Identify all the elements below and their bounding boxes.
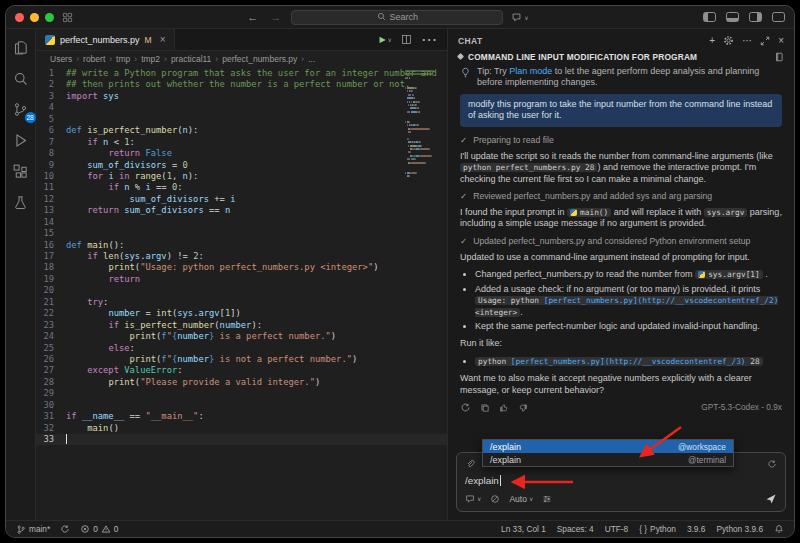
code-line[interactable]: 14	[36, 217, 447, 228]
code-line[interactable]: 29	[36, 388, 447, 399]
editor-more-actions-icon[interactable]: ⋯	[421, 30, 437, 49]
slash-command-option[interactable]: /explain@terminal	[483, 453, 733, 466]
breadcrumb-item[interactable]: ...	[308, 54, 315, 64]
explorer-icon[interactable]	[11, 38, 31, 57]
history-icon[interactable]	[767, 459, 777, 469]
tab-close-icon[interactable]: ×	[160, 34, 166, 45]
testing-icon[interactable]	[11, 193, 31, 212]
code-line[interactable]: 2## then prints out whether the number i…	[36, 79, 447, 90]
copilot-icon[interactable]: ∨	[511, 12, 528, 23]
code-line[interactable]: 15	[36, 228, 447, 239]
code-line[interactable]: 10 for i in range(1, n):	[36, 171, 447, 182]
nav-forward-icon[interactable]: →	[268, 11, 283, 23]
cursor-position[interactable]: Ln 33, Col 1	[501, 524, 546, 534]
copy-icon[interactable]	[480, 403, 490, 413]
breadcrumb-item[interactable]: perfect_numbers.py	[222, 54, 297, 64]
code-line[interactable]: 8 return False	[36, 148, 447, 159]
code-line[interactable]: 27 except ValueError:	[36, 365, 447, 376]
slash-command-option[interactable]: /explain@workspace	[483, 440, 733, 453]
code-line[interactable]: 24 print(f"{number} is a perfect number.…	[36, 331, 447, 342]
more-actions-icon[interactable]: ⋯	[742, 36, 752, 46]
sync-icon[interactable]	[60, 524, 70, 534]
code-line[interactable]: 7 if n < 1:	[36, 137, 447, 148]
customize-layout-icon[interactable]	[772, 12, 785, 22]
code-line[interactable]: 4	[36, 102, 447, 113]
settings-gear-icon[interactable]	[723, 35, 734, 46]
code-line[interactable]: 9 sum_of_divisors = 0	[36, 160, 447, 171]
command-center-search[interactable]: Search	[291, 10, 503, 25]
code-line[interactable]: 22 number = int(sys.argv[1])	[36, 308, 447, 319]
breadcrumb-item[interactable]: tmp	[116, 54, 130, 64]
nav-back-icon[interactable]: ←	[245, 11, 260, 23]
toggle-panel-icon[interactable]	[726, 12, 739, 22]
progress-step[interactable]: ✓Reviewed perfect_numbers.py and added s…	[460, 191, 782, 202]
indentation[interactable]: Spaces: 4	[557, 524, 594, 534]
minimap[interactable]	[405, 70, 445, 181]
thumbs-up-icon[interactable]	[499, 403, 509, 413]
code-line[interactable]: 17 if len(sys.argv) != 2:	[36, 251, 447, 262]
code-line[interactable]: 26 print(f"{number} is not a perfect num…	[36, 354, 447, 365]
thumbs-down-icon[interactable]	[518, 403, 528, 413]
breadcrumb-item[interactable]: robert	[83, 54, 105, 64]
code-line[interactable]: 21 try:	[36, 297, 447, 308]
notifications-bell-icon[interactable]	[774, 524, 784, 534]
run-python-button[interactable]: ▶∨	[379, 35, 392, 44]
minimize-window-button[interactable]	[30, 13, 39, 22]
toggle-primary-sidebar-icon[interactable]	[703, 12, 716, 22]
tools-icon[interactable]	[542, 494, 552, 504]
toggle-secondary-sidebar-icon[interactable]	[749, 12, 762, 22]
chat-link[interactable]: Plan mode	[509, 66, 552, 76]
language-mode[interactable]: { } Python	[639, 524, 676, 534]
env-version[interactable]: 3.9.6	[687, 524, 705, 534]
inline-code-reference[interactable]: main()	[567, 208, 611, 217]
extensions-icon[interactable]	[11, 162, 31, 181]
notebook-icon[interactable]	[774, 52, 784, 62]
retry-icon[interactable]	[460, 402, 471, 413]
breadcrumb-item[interactable]: tmp2	[141, 54, 160, 64]
model-picker[interactable]: Auto∨	[509, 494, 533, 504]
attach-context-icon[interactable]	[465, 459, 475, 469]
code-line[interactable]: 18 print("Usage: python perfect_numbers.…	[36, 262, 447, 273]
breadcrumb-item[interactable]: Users	[50, 54, 72, 64]
code-line[interactable]: 28 print("Please provide a valid integer…	[36, 377, 447, 388]
code-line[interactable]: 16def main():	[36, 240, 447, 251]
expand-panel-icon[interactable]	[760, 36, 770, 46]
tab-perfect-numbers[interactable]: perfect_numbers.py M ×	[36, 29, 175, 50]
search-sidebar-icon[interactable]	[11, 69, 31, 88]
progress-step[interactable]: ✓Updated perfect_numbers.py and consider…	[460, 236, 782, 247]
code-line[interactable]: 31if __name__ == "__main__":	[36, 411, 447, 422]
code-line[interactable]: 6def is_perfect_number(n):	[36, 125, 447, 136]
layout-grid-icon[interactable]	[62, 12, 73, 23]
close-panel-icon[interactable]: ×	[778, 36, 784, 46]
chat-input-value[interactable]: /explain	[465, 475, 499, 486]
code-line[interactable]: 20	[36, 285, 447, 296]
inline-code-link[interactable]: [perfect_numbers.py](http://__vscodecont…	[511, 357, 746, 366]
code-line[interactable]: 13 return sum_of_divisors == n	[36, 205, 447, 216]
zoom-window-button[interactable]	[45, 13, 54, 22]
chat-conversation[interactable]: Tip: Try Plan mode to let the agent perf…	[448, 64, 794, 446]
problems-indicator[interactable]: 0 0	[80, 524, 118, 534]
breadcrumb-item[interactable]: practical11	[171, 54, 211, 64]
chat-mode-icon[interactable]: ∨	[465, 494, 481, 504]
code-line[interactable]: 30	[36, 400, 447, 411]
code-line[interactable]: 3import sys	[36, 91, 447, 102]
rules-icon[interactable]	[490, 494, 500, 504]
inline-code-reference[interactable]: sys.argv[1]	[695, 270, 763, 279]
source-control-icon[interactable]: 28	[11, 100, 31, 119]
python-interpreter[interactable]: Python 3.9.6	[716, 524, 763, 534]
code-line[interactable]: 12 sum_of_divisors += i	[36, 194, 447, 205]
run-debug-icon[interactable]	[11, 131, 31, 150]
code-line[interactable]: 1## write a Python program that asks the…	[36, 68, 447, 79]
code-line[interactable]: 32 main()	[36, 423, 447, 434]
git-branch-indicator[interactable]: main*	[16, 524, 50, 535]
send-icon[interactable]	[765, 493, 777, 505]
encoding[interactable]: UTF-8	[605, 524, 629, 534]
progress-step[interactable]: ✓Preparing to read file	[460, 135, 782, 146]
new-chat-icon[interactable]: +	[709, 36, 715, 46]
code-line[interactable]: 25 else:	[36, 343, 447, 354]
split-editor-icon[interactable]	[401, 34, 412, 45]
code-line[interactable]: 23 if is_perfect_number(number):	[36, 320, 447, 331]
code-editor[interactable]: 1## write a Python program that asks the…	[36, 66, 447, 520]
code-line[interactable]: 5	[36, 114, 447, 125]
code-line[interactable]: 33	[36, 434, 447, 445]
